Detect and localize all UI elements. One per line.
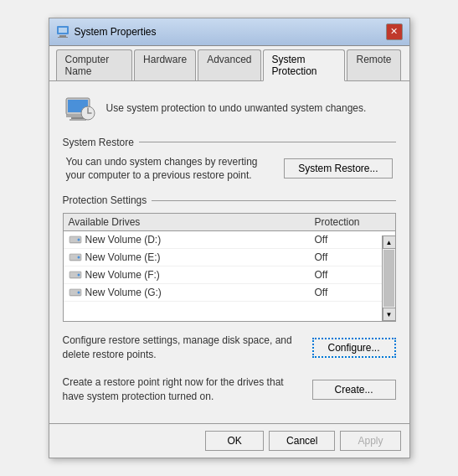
- drive-name-g: New Volume (G:): [85, 287, 315, 298]
- tab-system-protection[interactable]: System Protection: [263, 49, 346, 81]
- protection-status-e: Off: [315, 251, 390, 263]
- create-row: Create a restore point right now for the…: [63, 372, 396, 407]
- tab-remote[interactable]: Remote: [347, 49, 400, 80]
- drive-icon: [69, 287, 82, 298]
- drive-name-e: New Volume (E:): [85, 251, 315, 263]
- system-restore-section: You can undo system changes by reverting…: [63, 155, 396, 184]
- table-row[interactable]: New Volume (G:) Off: [64, 284, 395, 302]
- table-body: New Volume (D:) Off New Volume (E:) Off: [64, 231, 395, 317]
- scrollbar[interactable]: ▲ ▼: [382, 235, 395, 321]
- system-protection-icon: [63, 91, 96, 125]
- tab-hardware[interactable]: Hardware: [134, 49, 196, 80]
- scroll-down-arrow[interactable]: ▼: [383, 308, 396, 321]
- table-header: Available Drives Protection: [64, 214, 395, 231]
- col-protection-header: Protection: [315, 216, 390, 228]
- svg-rect-1: [59, 28, 67, 33]
- svg-rect-21: [70, 295, 80, 296]
- header-section: Use system protection to undo unwanted s…: [63, 91, 396, 125]
- tab-content: Use system protection to undo unwanted s…: [49, 81, 409, 424]
- protection-settings-label: Protection Settings: [63, 194, 152, 206]
- apply-button[interactable]: Apply: [340, 431, 400, 451]
- title-bar: System Properties ✕: [49, 18, 409, 46]
- drives-table: Available Drives Protection New Volume (…: [63, 213, 396, 322]
- svg-rect-12: [70, 242, 80, 243]
- divider-line: [139, 142, 396, 142]
- system-properties-window: System Properties ✕ Computer Name Hardwa…: [49, 18, 410, 459]
- restore-row: You can undo system changes by reverting…: [66, 155, 393, 184]
- tab-computer-name[interactable]: Computer Name: [56, 49, 133, 80]
- table-row[interactable]: New Volume (F:) Off: [64, 266, 395, 284]
- svg-rect-2: [59, 35, 66, 37]
- drive-icon: [69, 235, 82, 245]
- protection-settings-section: Protection Settings Available Drives Pro…: [63, 194, 396, 322]
- table-row[interactable]: New Volume (D:) Off: [64, 231, 395, 249]
- configure-row: Configure restore settings, manage disk …: [63, 330, 396, 365]
- footer: OK Cancel Apply: [49, 423, 409, 458]
- tabs-container: Computer Name Hardware Advanced System P…: [49, 46, 409, 81]
- protection-status-g: Off: [315, 287, 390, 298]
- header-description: Use system protection to undo unwanted s…: [106, 102, 367, 114]
- scroll-thumb[interactable]: [383, 250, 394, 307]
- ok-button[interactable]: OK: [205, 431, 264, 451]
- svg-point-11: [77, 239, 80, 241]
- system-restore-divider: System Restore: [63, 137, 396, 148]
- tab-advanced[interactable]: Advanced: [198, 49, 260, 80]
- system-restore-button[interactable]: System Restore...: [284, 158, 392, 178]
- window-icon: [56, 25, 69, 39]
- drive-name-d: New Volume (D:): [85, 234, 315, 246]
- system-restore-label: System Restore: [63, 137, 139, 148]
- svg-rect-3: [58, 37, 68, 38]
- create-description: Create a restore point right now for the…: [63, 375, 304, 404]
- title-bar-text: System Properties: [56, 25, 157, 39]
- drive-icon: [69, 252, 82, 262]
- svg-point-20: [77, 292, 80, 294]
- divider-line-2: [152, 200, 395, 201]
- restore-description: You can undo system changes by reverting…: [66, 155, 276, 184]
- protection-status-f: Off: [315, 269, 390, 281]
- table-row[interactable]: New Volume (E:) Off: [64, 249, 395, 266]
- col-drives-header: Available Drives: [69, 216, 315, 228]
- svg-rect-8: [69, 119, 86, 121]
- configure-button[interactable]: Configure...: [312, 338, 396, 358]
- svg-point-14: [77, 256, 80, 259]
- create-button[interactable]: Create...: [312, 380, 396, 400]
- svg-rect-15: [70, 260, 80, 261]
- svg-rect-18: [70, 277, 80, 278]
- scroll-up-arrow[interactable]: ▲: [383, 235, 396, 249]
- drive-icon: [69, 270, 82, 280]
- drive-name-f: New Volume (F:): [85, 269, 315, 281]
- cancel-button[interactable]: Cancel: [269, 431, 335, 451]
- svg-point-17: [77, 274, 80, 277]
- protection-settings-divider: Protection Settings: [63, 194, 396, 206]
- close-button[interactable]: ✕: [386, 23, 403, 40]
- window-title: System Properties: [75, 26, 157, 38]
- protection-status-d: Off: [315, 234, 390, 246]
- configure-description: Configure restore settings, manage disk …: [63, 334, 304, 362]
